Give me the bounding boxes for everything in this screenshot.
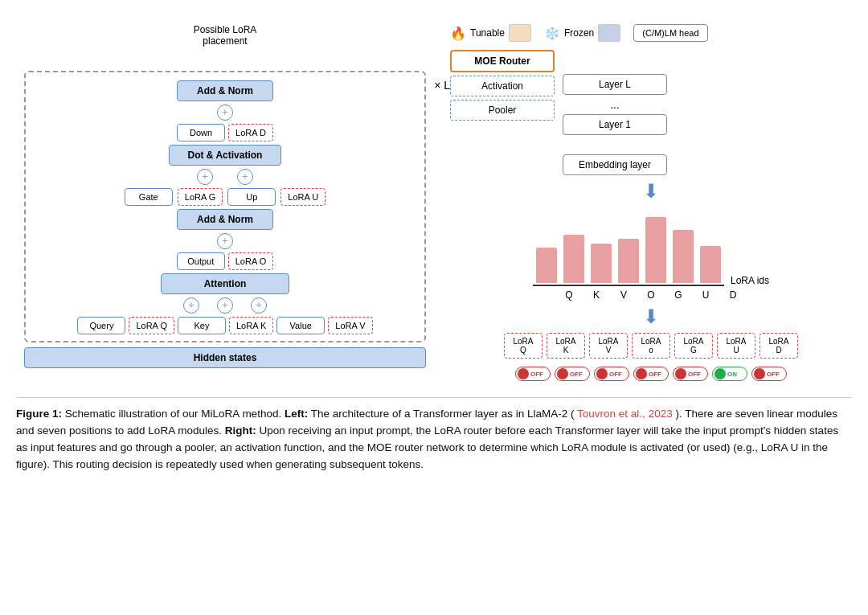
toggle-6[interactable]: OFF	[751, 367, 787, 381]
lora-ids-label: LoRA ids	[731, 275, 769, 286]
arrow-down-1: ⬇	[450, 180, 852, 203]
lora-placement-box: Add & Norm + Down LoRA D Dot & Activatio…	[24, 71, 426, 342]
dot-activation-box: Dot & Activation	[169, 145, 281, 166]
lora-card-U: LoRAU	[717, 333, 755, 359]
plus-row-3: + + +	[183, 297, 267, 314]
toggle-dot-5	[714, 368, 726, 379]
lora-o-box: LoRA O	[228, 252, 274, 270]
plus-circle-2: +	[197, 169, 213, 185]
layer-1-box: Layer 1	[563, 114, 667, 135]
plus-circle-1: +	[217, 105, 233, 121]
add-norm-bot: Add & Norm	[177, 209, 273, 230]
plus-circle-6: +	[217, 297, 233, 314]
left-bold: Left:	[285, 408, 308, 420]
frozen-label: Frozen	[564, 27, 594, 39]
tunable-swatch	[509, 24, 531, 42]
lora-card-K: LoRAK	[547, 333, 585, 359]
up-box: Up	[227, 188, 276, 206]
toggle-4[interactable]: OFF	[673, 367, 708, 381]
toggle-label-6: OFF	[767, 371, 782, 378]
bar-label-V: V	[613, 289, 634, 301]
bar-label-D: D	[723, 289, 743, 301]
lora-v-box: LoRA V	[328, 317, 372, 334]
toggle-5[interactable]: ON	[712, 367, 747, 381]
right-panel: 🔥 Tunable ❄️ Frozen (C/M)LM head MOE Rou…	[442, 16, 852, 381]
down-box: Down	[177, 124, 225, 141]
bar-G	[645, 217, 666, 283]
citation-link[interactable]: Touvron et al., 2023	[577, 408, 673, 420]
moe-router-box: MOE Router	[450, 50, 555, 72]
snowflake-icon: ❄️	[544, 26, 560, 41]
lora-q-box: LoRA Q	[129, 317, 174, 334]
toggle-dot-3	[636, 368, 647, 379]
fire-icon: 🔥	[450, 26, 466, 41]
arch-left-col: MOE Router Activation Pooler	[450, 50, 555, 121]
toggle-0[interactable]: OFF	[515, 367, 551, 381]
gate-up-row: Gate LoRA G Up LoRA U	[125, 188, 326, 206]
lora-card-D: LoRAD	[760, 333, 798, 359]
bar-V	[591, 244, 612, 283]
plus-circle-5: +	[183, 297, 199, 314]
lora-card-o: LoRAo	[632, 333, 670, 359]
toggle-dot-2	[596, 368, 608, 379]
output-lora-row: Output LoRA O	[177, 252, 274, 270]
lora-card-Q: LoRAQ	[504, 333, 542, 359]
gate-box: Gate	[125, 188, 173, 206]
toggle-3[interactable]: OFF	[633, 367, 669, 381]
bar-label-G: G	[668, 289, 689, 301]
right-arch: MOE Router Activation Pooler Layer L ...…	[450, 50, 852, 175]
caption-text1: Schematic illustration of our MiLoRA met…	[65, 408, 285, 420]
attention-box: Attention	[161, 273, 289, 294]
toggle-1[interactable]: OFF	[555, 367, 590, 381]
qkv-row: Query LoRA Q Key LoRA K Value LoRA V	[77, 317, 372, 334]
value-box: Value	[276, 317, 325, 334]
figure-num: Figure 1:	[16, 408, 62, 420]
toggle-label-1: OFF	[570, 371, 585, 378]
bar-label-O: O	[641, 289, 661, 301]
toggle-row: OFFOFFOFFOFFOFFONOFF	[450, 367, 852, 381]
figure-container: Possible LoRA placement × L Add & Norm +…	[16, 16, 852, 474]
bar-label-K: K	[586, 289, 607, 301]
toggle-dot-4	[675, 368, 686, 379]
toggle-dot-1	[557, 368, 568, 379]
toggle-label-2: OFF	[609, 371, 624, 378]
dots: ...	[563, 98, 667, 111]
arch-right-col: Layer L ... Layer 1 Embedding layer	[563, 74, 667, 175]
bar-chart-area: LoRA ids QKVOGUD	[450, 214, 852, 301]
legend-tunable: 🔥 Tunable	[450, 24, 531, 42]
bar-chart	[533, 214, 724, 286]
caption-text2: The architecture of a Transformer layer …	[311, 408, 575, 420]
legend-row: 🔥 Tunable ❄️ Frozen (C/M)LM head	[450, 24, 852, 42]
right-bold: Right:	[225, 424, 256, 437]
bar-U	[673, 230, 694, 283]
bar-D	[700, 246, 721, 283]
toggle-label-5: ON	[727, 371, 739, 378]
lora-k-box: LoRA K	[229, 317, 273, 334]
add-norm-top: Add & Norm	[177, 80, 273, 101]
query-box: Query	[77, 317, 125, 334]
toggle-2[interactable]: OFF	[594, 367, 629, 381]
xl-label: × L	[434, 79, 450, 92]
legend-frozen: ❄️ Frozen	[544, 24, 620, 42]
lora-card-G: LoRAG	[674, 333, 713, 359]
hidden-states-box: Hidden states	[24, 347, 426, 368]
frozen-swatch	[598, 24, 620, 42]
lora-cards-row: LoRAQLoRAKLoRAVLoRAoLoRAGLoRAULoRAD	[450, 333, 852, 359]
key-box: Key	[178, 317, 226, 334]
pooler-box: Pooler	[450, 100, 555, 121]
tunable-label: Tunable	[470, 27, 505, 39]
clm-head-box: (C/M)LM head	[633, 24, 707, 42]
bar-label-U: U	[695, 289, 716, 301]
bar-labels: QKVOGUD	[555, 289, 747, 301]
plus-row-2: + +	[197, 169, 253, 185]
layer-l-box: Layer L	[563, 74, 667, 95]
bar-Q	[536, 248, 557, 283]
left-panel: Possible LoRA placement × L Add & Norm +…	[16, 16, 434, 381]
lora-d-box: LoRA D	[228, 124, 273, 141]
lora-card-V: LoRAV	[589, 333, 628, 359]
activation-box: Activation	[450, 76, 555, 96]
output-box: Output	[177, 252, 225, 270]
down-lora-row: Down LoRA D	[177, 124, 273, 141]
toggle-label-4: OFF	[688, 371, 703, 378]
arrow-down-2: ⬇	[450, 305, 852, 328]
